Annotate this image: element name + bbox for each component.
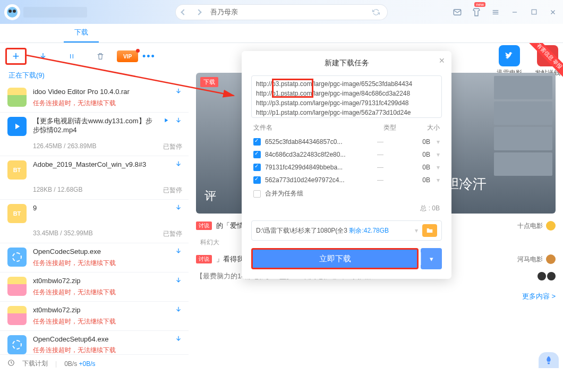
file-meta: 128KB / 12.68GB已暂停 [0, 184, 189, 200]
download-action-icon[interactable] [175, 335, 182, 344]
checkbox[interactable] [253, 190, 261, 198]
hero-title: 评 [204, 188, 219, 204]
thumbnail-strip [494, 76, 552, 176]
download-action-icon[interactable] [175, 88, 182, 97]
file-name: 9 [33, 204, 168, 213]
trash-icon[interactable] [88, 47, 113, 65]
exe-icon [7, 248, 27, 267]
dialog-title: 新建下载任务 [251, 58, 442, 68]
maximize-icon[interactable] [528, 6, 540, 18]
list-item[interactable]: xt0mbwlo72.zip 任务连接超时，无法继续下载 [0, 302, 189, 330]
list-item[interactable]: BT 9 [0, 200, 189, 227]
chevron-down-icon[interactable]: ▾ [430, 151, 440, 158]
mail-icon[interactable] [451, 6, 463, 18]
chevron-down-icon[interactable]: ▾ [415, 227, 418, 234]
download-list: idoo Video Editor Pro 10.4.0.rar 任务连接超时，… [0, 83, 189, 354]
download-action-icon[interactable] [175, 277, 182, 286]
file-header: 文件名 类型 大小 [251, 118, 442, 135]
checkbox[interactable] [253, 138, 261, 146]
logo-text [23, 7, 87, 18]
thumbnail[interactable] [494, 127, 552, 150]
checkbox[interactable] [253, 151, 261, 158]
play-action-icon[interactable] [163, 117, 169, 125]
footer-rate: 0B/s +0B/s [64, 360, 95, 368]
menu-icon[interactable] [490, 6, 501, 18]
more-icon[interactable]: ••• [142, 51, 156, 62]
refresh-icon[interactable] [369, 5, 383, 19]
feed-tag: 讨说 [196, 255, 212, 263]
address-input[interactable] [206, 8, 369, 16]
download-action-icon[interactable] [175, 306, 182, 315]
add-task-button[interactable]: + [5, 48, 27, 65]
section-downloading[interactable]: 正在下载(9) [0, 70, 189, 83]
report-ribbon[interactable]: 有害信息 举报 [526, 43, 563, 80]
minimize-icon[interactable] [509, 6, 521, 18]
chevron-down-icon[interactable]: ▾ [430, 176, 440, 184]
list-item[interactable]: BT Adobe_2019_MasterCol_win_v9.8#3 [0, 156, 189, 184]
file-name: idoo Video Editor Pro 10.4.0.rar [33, 88, 168, 97]
nav-forward-icon[interactable] [191, 5, 206, 19]
download-panel: + VIP ••• 正在下载(9) idoo Video Editor Pro … [0, 43, 189, 372]
checkbox[interactable] [253, 164, 261, 171]
footer: 下载计划 | 0B/s +0B/s [0, 354, 189, 372]
zip-icon [7, 277, 27, 296]
download-split-button[interactable]: ▾ [421, 248, 442, 269]
download-now-button[interactable]: 立即下载 [251, 248, 419, 269]
list-item[interactable]: OpenCodecSetup64.exe 任务连接超时，无法继续下载 [0, 331, 189, 354]
download-arrow-icon[interactable] [31, 47, 55, 65]
pause-icon[interactable] [59, 47, 84, 65]
bt-icon: BT [7, 204, 27, 223]
file-row[interactable]: 84c686cd3a22483c8f2e80...—0B▾ [251, 148, 442, 161]
total-size: 总 : 0B [251, 201, 442, 213]
file-row[interactable]: 6525c3fdab844346857c0...—0B▾ [251, 135, 442, 148]
exe-icon [7, 335, 27, 354]
merge-row[interactable]: 合并为任务组 [251, 186, 442, 201]
bt-icon: BT [7, 160, 27, 180]
file-row[interactable]: 79131fc4299d4849bbeba...—0B▾ [251, 161, 442, 174]
list-item[interactable]: 【更多电视剧请去www.dy131.com】步步惊情02.mp4 [0, 113, 189, 140]
error-text: 任务连接超时，无法继续下载 [33, 259, 168, 268]
emoji-icons [538, 272, 556, 280]
thumbnail[interactable] [494, 152, 552, 176]
list-item[interactable]: OpenCodecSetup.exe 任务连接超时，无法继续下载 [0, 243, 189, 272]
download-action-icon[interactable] [175, 160, 182, 169]
list-item[interactable]: xt0mbwlo72.zip 任务连接超时，无法继续下载 [0, 272, 189, 301]
hero-tag: 下载 [200, 77, 218, 87]
file-meta: 126.45MB / 263.89MB已暂停 [0, 140, 189, 156]
new-badge: new [474, 2, 485, 7]
bird-icon [499, 45, 520, 66]
close-icon[interactable] [547, 6, 559, 18]
folder-icon[interactable] [422, 224, 437, 237]
error-text: 任务连接超时，无法继续下载 [33, 317, 168, 326]
dialog-close-icon[interactable]: ✕ [439, 56, 445, 65]
skin-icon[interactable]: new [471, 6, 482, 18]
titlebar: new [0, 0, 563, 24]
more-link[interactable]: 更多内容 > [196, 292, 556, 301]
fab-rocket-icon[interactable] [539, 352, 559, 368]
dl-toolbar: + VIP ••• [0, 43, 189, 70]
footer-plan[interactable]: 下载计划 [22, 359, 48, 368]
nav-back-icon[interactable] [176, 5, 191, 19]
download-action-icon[interactable] [175, 248, 182, 257]
path-selector[interactable]: D:\迅雷下载\杉杉来了1080P(全3 剩余:42.78GB ▾ [251, 220, 442, 241]
url-textarea[interactable]: http://p3.pstatp.com/large/pgc-image/652… [251, 75, 442, 118]
checkbox[interactable] [253, 176, 261, 184]
video-icon [7, 117, 27, 136]
feed-sub: 科幻大 [200, 238, 219, 247]
list-item[interactable]: idoo Video Editor Pro 10.4.0.rar 任务连接超时，… [0, 83, 189, 112]
feed-source: 十点电影 [517, 221, 556, 231]
download-action-icon[interactable] [175, 117, 182, 126]
logo-icon [4, 4, 20, 20]
chevron-down-icon[interactable]: ▾ [430, 138, 440, 146]
tab-download[interactable]: 下载 [64, 23, 99, 42]
vip-button[interactable]: VIP [117, 50, 138, 62]
download-action-icon[interactable] [175, 204, 182, 213]
chevron-down-icon[interactable]: ▾ [430, 164, 440, 171]
rar-icon [7, 88, 27, 107]
clock-icon [7, 359, 15, 368]
error-text: 任务连接超时，无法继续下载 [33, 99, 168, 108]
file-row[interactable]: 562a773d10d24e97972c4...—0B▾ [251, 174, 442, 186]
thumbnail[interactable] [494, 101, 552, 125]
app-logo [4, 4, 87, 20]
svg-rect-1 [532, 10, 536, 14]
